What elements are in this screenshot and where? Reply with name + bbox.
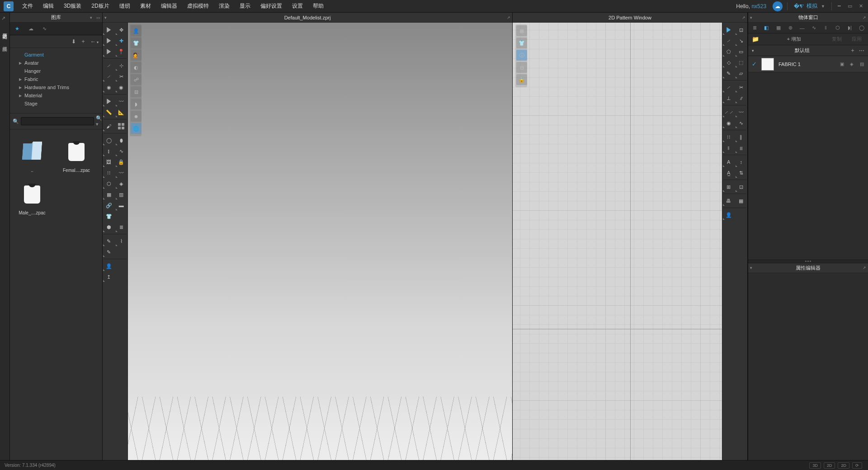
tool-tack[interactable]: ◉ xyxy=(103,82,115,93)
tool-sculpt[interactable]: ✎ xyxy=(103,236,115,247)
2d-tool-grading-2[interactable]: ⊡ xyxy=(735,181,748,192)
obj-tab-line-icon[interactable]: — xyxy=(798,24,806,33)
2d-tool-pleat[interactable]: ⫴ xyxy=(722,142,735,153)
fabric-action-3-icon[interactable]: ▤ xyxy=(859,62,864,67)
cloud-icon[interactable]: ☁ xyxy=(773,1,783,11)
2d-tool-topstitch[interactable]: ⁝⁝ xyxy=(722,132,735,142)
2d-tool-rectangle[interactable]: ▭ xyxy=(735,46,748,57)
obj-tab-mesh-icon[interactable]: ▦ xyxy=(775,24,782,33)
download-icon[interactable]: ⬇ xyxy=(71,38,76,45)
add-fabric-button[interactable]: + 增加 xyxy=(764,36,825,43)
search-icon[interactable]: 🔍 xyxy=(13,119,19,124)
fabric-group-row[interactable]: ▾ 默认组 ＋ ⋯ xyxy=(748,45,868,56)
avatar-head-icon[interactable]: ☻ xyxy=(131,111,142,122)
obj-tab-fabric-icon[interactable]: ◧ xyxy=(763,24,770,33)
tool-layer[interactable]: ≣ xyxy=(115,222,128,233)
2d-tool-text[interactable]: A xyxy=(722,157,735,167)
2d-tool-seam[interactable]: ⟋ xyxy=(722,82,735,93)
tool-avatar-tape[interactable]: 〰 xyxy=(115,96,128,107)
filter-icon[interactable]: 🔍▾ xyxy=(96,115,102,127)
2d-tool-nested[interactable]: ▦ xyxy=(735,195,748,206)
2d-tool-sewing[interactable]: ⟋⟋ xyxy=(722,107,735,118)
tree-fabric[interactable]: ▶Fabric xyxy=(10,75,102,83)
2d-tool-slash[interactable]: ⫽ xyxy=(735,93,748,104)
open-folder-icon[interactable]: 📁 xyxy=(752,36,759,43)
fabric-action-2-icon[interactable]: ◈ xyxy=(849,62,854,67)
menu-sewing[interactable]: 缝纫 xyxy=(114,0,135,13)
menu-display[interactable]: 显示 xyxy=(235,0,255,13)
tool-buttonhole[interactable]: ⬮ xyxy=(115,135,128,146)
more-icon[interactable]: ⋯ xyxy=(859,47,864,54)
2d-tool-iron[interactable]: ▱ xyxy=(735,68,748,79)
tree-material[interactable]: ▶Material xyxy=(10,91,102,100)
2d-tool-seam-edit[interactable]: ✂ xyxy=(735,82,748,93)
2d-tool-pleat-fold[interactable]: ⫼ xyxy=(735,142,748,153)
simulate-toggle[interactable]: �⧨ 模拟 ▼ xyxy=(789,0,830,13)
tool-pattern-2[interactable]: ▥ xyxy=(115,189,128,200)
tool-trim[interactable]: ⬡ xyxy=(103,178,115,189)
vtab-history[interactable]: 历史记录 xyxy=(0,28,9,32)
2d-tool-binding[interactable]: ∥ xyxy=(735,132,748,142)
window-close[interactable]: ✕ xyxy=(856,3,865,10)
vtab-module-lib[interactable]: 模块库 xyxy=(0,41,9,44)
menu-settings[interactable]: 设置 xyxy=(287,0,308,13)
fabric-item[interactable]: ✓ FABRIC 1 ▣ ◈ ▤ xyxy=(748,56,868,72)
2d-tool-symbol[interactable]: A̲ xyxy=(722,167,735,178)
tool-button[interactable]: ◯ xyxy=(103,135,115,146)
tool-add-point[interactable]: ✚ xyxy=(115,35,128,46)
avatar-silhouette-icon[interactable]: ◗ xyxy=(131,99,142,109)
2d-tool-trace[interactable]: ✎ xyxy=(722,68,735,79)
panel-splitter[interactable] xyxy=(748,260,868,263)
dropdown-icon[interactable]: ▾ xyxy=(750,15,752,20)
obj-tab-sound-icon[interactable]: ◗| xyxy=(846,24,853,33)
avatar-xray-icon[interactable]: ◐ xyxy=(131,62,142,73)
tree-garment[interactable]: Garment xyxy=(10,51,102,59)
tool-select[interactable] xyxy=(103,24,115,35)
tool-piping[interactable]: ∿ xyxy=(115,146,128,157)
tool-pin[interactable]: 📍 xyxy=(115,46,128,57)
2d-tool-avatar[interactable]: 👤 xyxy=(722,209,735,220)
2d-tool-select[interactable] xyxy=(722,24,735,35)
tool-edit-line[interactable]: ✎ xyxy=(103,247,115,257)
lib-tab-cloud[interactable]: ☁ xyxy=(26,24,35,33)
layout-2d2-chip[interactable]: 2D xyxy=(838,462,849,469)
2d-tool-transform[interactable]: ⊡ xyxy=(735,24,748,35)
3d-canvas[interactable]: ✥ ✚ 📍 ⟋⊹ ⟋✂ ◉◉ 〰 📏📐 🖌 ◯⬮ ⫿∿ 🖼🔒 xyxy=(103,23,512,460)
dropdown-icon[interactable]: ▾ xyxy=(750,266,752,270)
popout-icon[interactable]: ↗ xyxy=(1,15,9,23)
2d-tool-print[interactable]: 🖶 xyxy=(722,195,735,206)
menu-edit[interactable]: 编辑 xyxy=(38,0,59,13)
app-icon[interactable]: C xyxy=(4,1,14,11)
tool-sewing[interactable]: ⟋ xyxy=(103,71,115,82)
2d-tool-internal[interactable]: ⬚ xyxy=(735,57,748,68)
tree-avatar[interactable]: ▶Avatar xyxy=(10,59,102,67)
menu-3dgarment[interactable]: 3D服装 xyxy=(59,0,86,13)
thumb-up-folder[interactable]: .. xyxy=(13,136,52,173)
avatar-show-icon[interactable]: 👤 xyxy=(131,25,142,36)
menu-preferences[interactable]: 偏好设置 xyxy=(255,0,287,13)
tree-hanger[interactable]: Hanger xyxy=(10,67,102,75)
menu-materials[interactable]: 素材 xyxy=(135,0,156,13)
avatar-arrange-icon[interactable]: ⊟ xyxy=(131,86,142,97)
menu-render[interactable]: 渲染 xyxy=(214,0,235,13)
obj-tab-globe-icon[interactable]: ⊛ xyxy=(787,24,794,33)
tool-fold[interactable]: ⟋ xyxy=(103,60,115,71)
tree-stage[interactable]: Stage xyxy=(10,100,102,108)
tool-graphic[interactable]: 🖼 xyxy=(103,157,115,167)
tool-arrange[interactable] xyxy=(103,46,115,57)
add-icon[interactable]: ＋ xyxy=(80,38,86,45)
tool-texture[interactable] xyxy=(115,121,128,132)
obj-tab-seam-icon[interactable]: ∿ xyxy=(810,24,817,33)
tool-avatar-select[interactable] xyxy=(103,96,115,107)
tool-block[interactable]: ▬ xyxy=(115,200,128,211)
layout-2d-chip[interactable]: 2D xyxy=(824,462,835,469)
add-icon[interactable]: ＋ xyxy=(850,47,855,54)
2d-canvas[interactable]: ▦ 👕 ⓘ ⊟ 🔒 ⊡ ⟋↘ ⬠▭ ◇⬚ ✎▱ ⟋✂ ⊥⫽ xyxy=(513,23,747,460)
tool-select-mesh[interactable] xyxy=(103,35,115,46)
2d-tool-grainline[interactable]: ⇅ xyxy=(735,167,748,178)
tool-smooth[interactable]: ⌇ xyxy=(115,236,128,247)
lib-tab-wave-icon[interactable]: ∿ xyxy=(40,24,49,33)
2d-tool-grading[interactable]: ⊞ xyxy=(722,181,735,192)
tool-export[interactable]: ↥ xyxy=(103,271,115,282)
2d-tool-dart[interactable]: ◇ xyxy=(722,57,735,68)
